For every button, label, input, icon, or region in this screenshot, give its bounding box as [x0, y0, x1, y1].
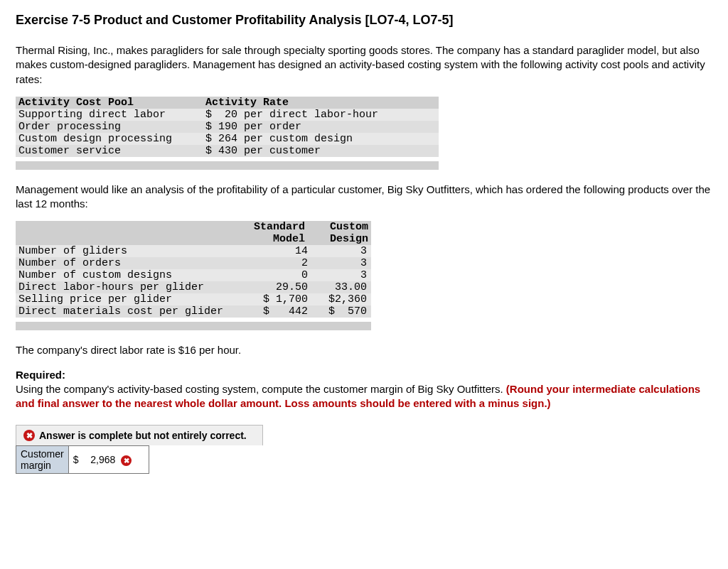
cell-std: 2: [237, 257, 308, 269]
cell-cus: $2,360: [308, 293, 371, 305]
th-custom: Custom: [308, 221, 371, 233]
cell-cus: 3: [308, 245, 371, 257]
incorrect-icon: ✖: [23, 430, 35, 441]
th-model: Model: [237, 233, 308, 245]
cell-std: $ 1,700: [237, 293, 308, 305]
required-label: Required:: [16, 369, 65, 381]
feedback-header: ✖ Answer is complete but not entirely co…: [16, 425, 263, 445]
table-row: Number of gliders 14 3: [16, 245, 371, 257]
cell-cus: 3: [308, 269, 371, 281]
answer-value: 2,968: [84, 454, 115, 465]
table-row: Direct materials cost per glider $ 442 $…: [16, 305, 371, 318]
cell-label: Direct labor-hours per glider: [16, 281, 237, 293]
cell-pool: Order processing: [16, 121, 203, 133]
cell-rate: $ 20 per direct labor-hour: [203, 109, 439, 121]
cell-label: Direct materials cost per glider: [16, 305, 237, 318]
cell-label: Number of orders: [16, 257, 237, 269]
cell-std: 0: [237, 269, 308, 281]
required-block: Required: Using the company's activity-b…: [16, 368, 712, 411]
answer-input-cell[interactable]: $ 2,968 ✖: [68, 446, 149, 474]
incorrect-icon: ✖: [121, 455, 132, 466]
table-row: Order processing $ 190 per order: [16, 121, 439, 133]
horizontal-scrollbar[interactable]: [16, 322, 371, 330]
feedback-box: ✖ Answer is complete but not entirely co…: [16, 425, 712, 474]
cell-pool: Customer service: [16, 145, 203, 157]
th-activity-cost-pool: Activity Cost Pool: [16, 97, 203, 109]
table-row: Customer service $ 430 per customer: [16, 145, 439, 157]
required-text: Using the company's activity-based costi…: [16, 383, 506, 395]
cell-pool: Custom design processing: [16, 133, 203, 145]
cell-label: Number of gliders: [16, 245, 237, 257]
analysis-paragraph: Management would like an analysis of the…: [16, 183, 712, 212]
table-row: Selling price per glider $ 1,700 $2,360: [16, 293, 371, 305]
label-line: Customer: [21, 448, 64, 460]
cell-std: 29.50: [237, 281, 308, 293]
labor-rate-paragraph: The company's direct labor rate is $16 p…: [16, 343, 712, 357]
table-row: Number of orders 2 3: [16, 257, 371, 269]
cell-rate: $ 264 per custom design: [203, 133, 439, 145]
intro-paragraph: Thermal Rising, Inc., makes paragliders …: [16, 43, 712, 87]
feedback-text: Answer is complete but not entirely corr…: [39, 430, 247, 441]
page-title: Exercise 7-5 Product and Customer Profit…: [16, 13, 712, 28]
table-row: Custom design processing $ 264 per custo…: [16, 133, 439, 145]
product-data-table: Standard Custom Model Design Number of g…: [16, 221, 371, 318]
cell-label: Number of custom designs: [16, 269, 237, 281]
cell-rate: $ 190 per order: [203, 121, 439, 133]
answer-row-label: Customer margin: [16, 446, 69, 474]
cell-cus: 33.00: [308, 281, 371, 293]
answer-table: Customer margin $ 2,968 ✖: [16, 445, 149, 474]
table-row: Direct labor-hours per glider 29.50 33.0…: [16, 281, 371, 293]
cell-std: 14: [237, 245, 308, 257]
cell-cus: 3: [308, 257, 371, 269]
th-design: Design: [308, 233, 371, 245]
th-standard: Standard: [237, 221, 308, 233]
th-activity-rate: Activity Rate: [203, 97, 439, 109]
cell-rate: $ 430 per customer: [203, 145, 439, 157]
activity-rate-table: Activity Cost Pool Activity Rate Support…: [16, 97, 439, 157]
cell-label: Selling price per glider: [16, 293, 237, 305]
currency-symbol: $: [73, 454, 79, 465]
cell-cus: $ 570: [308, 305, 371, 318]
label-line: margin: [21, 460, 51, 471]
table-row: Number of custom designs 0 3: [16, 269, 371, 281]
horizontal-scrollbar[interactable]: [16, 161, 439, 170]
cell-pool: Supporting direct labor: [16, 109, 203, 121]
cell-std: $ 442: [237, 305, 308, 318]
table-row: Supporting direct labor $ 20 per direct …: [16, 109, 439, 121]
